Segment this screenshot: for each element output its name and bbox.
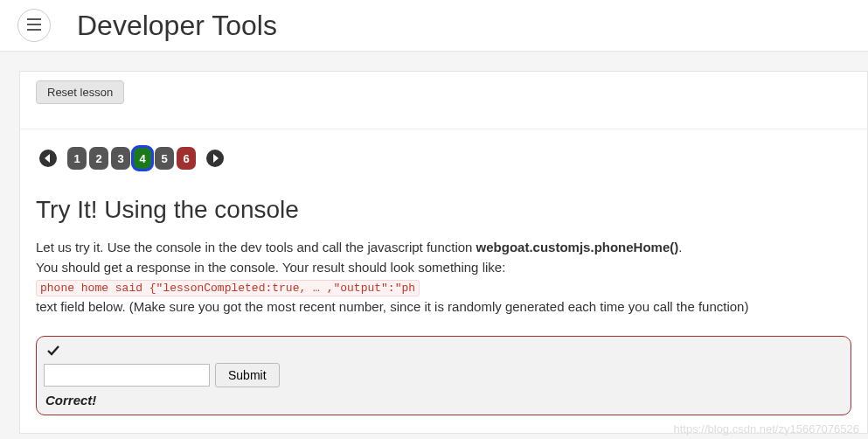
svg-rect-0 [27, 18, 41, 20]
page-title: Developer Tools [77, 10, 277, 42]
lesson-content: Try It! Using the console Let us try it.… [20, 177, 867, 325]
svg-rect-2 [27, 29, 41, 31]
text: You should get a response in the console… [36, 260, 505, 275]
code-sample: phone home said {"lessonCompleted:true, … [36, 280, 420, 296]
toolbar-row: Reset lesson [20, 72, 867, 129]
svg-marker-3 [45, 154, 50, 163]
main-panel: Reset lesson 123456 Try It! Using the co… [19, 71, 868, 434]
svg-marker-4 [213, 154, 219, 163]
lesson-paragraph-2: You should get a response in the console… [36, 258, 851, 297]
reset-lesson-button[interactable]: Reset lesson [36, 80, 124, 104]
text: Let us try it. Use the console in the de… [36, 240, 476, 254]
hamburger-icon [27, 18, 41, 33]
answer-input[interactable] [44, 364, 210, 387]
check-icon [47, 344, 59, 359]
feedback-text: Correct! [44, 387, 844, 408]
top-bar: Developer Tools [0, 0, 868, 52]
lesson-heading: Try It! Using the console [36, 196, 851, 224]
step-1[interactable]: 1 [67, 147, 87, 170]
prev-arrow-icon[interactable] [39, 150, 57, 167]
step-4[interactable]: 4 [133, 147, 152, 170]
next-arrow-icon[interactable] [206, 150, 224, 167]
step-5[interactable]: 5 [155, 147, 174, 170]
svg-rect-1 [27, 24, 41, 25]
step-6[interactable]: 6 [177, 147, 196, 170]
answer-panel: Submit Correct! [36, 336, 851, 415]
lesson-paragraph-3: text field below. (Make sure you got the… [36, 297, 851, 317]
menu-button[interactable] [17, 9, 51, 42]
text: . [678, 240, 682, 254]
status-row [44, 342, 844, 363]
function-name: webgoat.customjs.phoneHome() [476, 240, 679, 254]
lesson-pager: 123456 [20, 129, 867, 177]
lesson-paragraph-1: Let us try it. Use the console in the de… [36, 238, 851, 258]
step-3[interactable]: 3 [111, 147, 130, 170]
input-row: Submit [44, 363, 844, 387]
submit-button[interactable]: Submit [215, 363, 280, 387]
step-2[interactable]: 2 [89, 147, 108, 170]
